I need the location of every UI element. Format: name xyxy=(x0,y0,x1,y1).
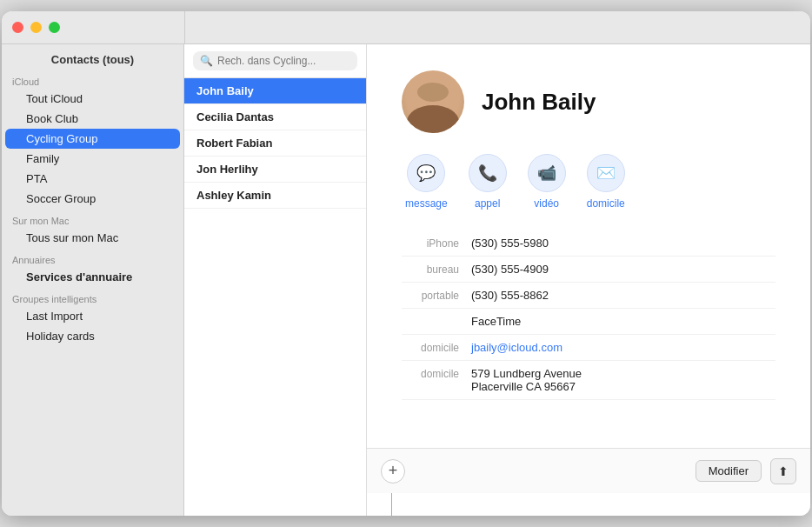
annuaires-section-label: Annuaires xyxy=(2,248,183,267)
mail-action-label: domicile xyxy=(587,197,625,210)
traffic-lights xyxy=(12,22,60,33)
modifier-button[interactable]: Modifier xyxy=(696,460,762,482)
portable-value: (530) 555-8862 xyxy=(471,289,549,302)
contact-item-cecilia-dantas[interactable]: Cecilia Dantas xyxy=(184,104,366,130)
close-button[interactable] xyxy=(12,22,23,33)
address-label: domicile xyxy=(402,367,471,380)
minimize-button[interactable] xyxy=(30,22,42,33)
message-icon: 💬 xyxy=(407,154,445,192)
facetime-value: FaceTime xyxy=(471,315,521,328)
action-buttons: 💬 message 📞 appel 📹 vidéo ✉️ domicile xyxy=(402,154,775,210)
bottom-line xyxy=(391,493,392,516)
mail-icon: ✉️ xyxy=(587,154,625,192)
iphone-label: iPhone xyxy=(402,237,471,250)
address-value: 579 Lundberg AvenuePlacerville CA 95667 xyxy=(471,367,582,393)
contact-header: John Baily xyxy=(402,70,775,133)
sidebar-item-soccer-group[interactable]: Soccer Group xyxy=(5,189,180,209)
groupes-intelligents-label: Groupes intelligents xyxy=(2,287,183,306)
video-action-label: vidéo xyxy=(534,197,559,210)
call-action-label: appel xyxy=(475,197,500,210)
video-icon: 📹 xyxy=(528,154,566,192)
message-action-label: message xyxy=(405,197,448,210)
sidebar-item-tous-sur-mac[interactable]: Tous sur mon Mac xyxy=(5,228,180,248)
email-row: domicile jbaily@icloud.com xyxy=(402,335,775,361)
titlebar-divider xyxy=(184,11,185,43)
search-icon: 🔍 xyxy=(200,55,213,67)
portable-label: portable xyxy=(402,289,471,302)
portable-row: portable (530) 555-8862 xyxy=(402,283,775,309)
add-button[interactable]: + xyxy=(381,459,405,484)
bureau-value: (530) 555-4909 xyxy=(471,263,549,276)
contact-item-jon-herlihy[interactable]: Jon Herlihy xyxy=(184,157,366,183)
sur-mon-mac-section-label: Sur mon Mac xyxy=(2,209,183,228)
footer-right: Modifier ⬆ xyxy=(696,458,796,484)
sidebar-item-cycling-group[interactable]: Cycling Group xyxy=(5,129,180,149)
message-action-button[interactable]: 💬 message xyxy=(405,154,448,210)
search-bar: 🔍 xyxy=(184,44,366,78)
call-action-button[interactable]: 📞 appel xyxy=(469,154,507,210)
detail-footer: + Modifier ⬆ xyxy=(367,448,810,493)
sidebar-item-holiday-cards[interactable]: Holiday cards xyxy=(5,326,180,346)
sidebar-item-family[interactable]: Family xyxy=(5,149,180,169)
contact-item-john-baily[interactable]: John Baily xyxy=(184,78,366,104)
phone-icon: 📞 xyxy=(469,154,507,192)
app-window: Contacts (tous) iCloud Tout iCloud Book … xyxy=(2,11,810,516)
sidebar-item-book-club[interactable]: Book Club xyxy=(5,109,180,129)
contact-item-ashley-kamin[interactable]: Ashley Kamin xyxy=(184,183,366,209)
sidebar-item-last-import[interactable]: Last Import xyxy=(5,306,180,326)
titlebar xyxy=(2,11,810,44)
share-button[interactable]: ⬆ xyxy=(770,458,796,484)
main-content: Contacts (tous) iCloud Tout iCloud Book … xyxy=(2,44,810,516)
contact-item-robert-fabian[interactable]: Robert Fabian xyxy=(184,130,366,157)
bureau-row: bureau (530) 555-4909 xyxy=(402,257,775,283)
maximize-button[interactable] xyxy=(49,22,60,33)
contacts-list: John Baily Cecilia Dantas Robert Fabian … xyxy=(184,78,366,516)
video-action-button[interactable]: 📹 vidéo xyxy=(528,154,566,210)
detail-panel: John Baily 💬 message 📞 appel 📹 vidéo xyxy=(367,44,810,516)
contact-name: John Baily xyxy=(482,89,596,116)
email-label: domicile xyxy=(402,341,471,354)
address-row: domicile 579 Lundberg AvenuePlacerville … xyxy=(402,361,775,400)
sidebar-item-tout-icloud[interactable]: Tout iCloud xyxy=(5,89,180,109)
sidebar: Contacts (tous) iCloud Tout iCloud Book … xyxy=(2,44,184,516)
sidebar-item-pta[interactable]: PTA xyxy=(5,169,180,189)
search-input-wrapper[interactable]: 🔍 xyxy=(193,51,357,70)
facetime-row: FaceTime xyxy=(402,309,775,335)
icloud-section-label: iCloud xyxy=(2,70,183,89)
avatar xyxy=(402,70,464,133)
iphone-row: iPhone (530) 555-5980 xyxy=(402,230,775,257)
sidebar-item-services-annuaire[interactable]: Services d'annuaire xyxy=(5,267,180,287)
mail-action-button[interactable]: ✉️ domicile xyxy=(587,154,625,210)
contacts-all-label[interactable]: Contacts (tous) xyxy=(2,48,183,70)
bureau-label: bureau xyxy=(402,263,471,276)
iphone-value: (530) 555-5980 xyxy=(471,237,549,250)
footer-wrapper: + Modifier ⬆ xyxy=(367,448,810,516)
detail-content: John Baily 💬 message 📞 appel 📹 vidéo xyxy=(367,44,810,448)
email-value[interactable]: jbaily@icloud.com xyxy=(471,341,562,354)
search-input[interactable] xyxy=(217,55,350,67)
contacts-panel: 🔍 John Baily Cecilia Dantas Robert Fabia… xyxy=(184,44,367,516)
